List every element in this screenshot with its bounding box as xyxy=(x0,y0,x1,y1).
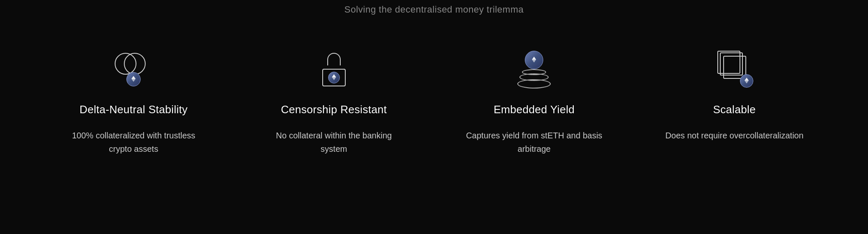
feature-card-embedded-yield: Embedded Yield Captures yield from stETH… xyxy=(434,40,634,164)
embedded-yield-icon xyxy=(513,49,555,91)
feature-title-embedded-yield: Embedded Yield xyxy=(493,103,575,116)
feature-card-censorship-resistant: Censorship Resistant No collateral withi… xyxy=(234,40,434,164)
features-container: Delta-Neutral Stability 100% collaterali… xyxy=(0,32,868,172)
scalable-icon xyxy=(714,49,755,91)
feature-title-censorship-resistant: Censorship Resistant xyxy=(281,103,387,116)
feature-desc-delta-neutral: 100% collateralized with trustless crypt… xyxy=(62,129,205,156)
feature-desc-scalable: Does not require overcollateralization xyxy=(665,129,804,142)
feature-title-scalable: Scalable xyxy=(713,103,756,116)
feature-desc-censorship-resistant: No collateral within the banking system xyxy=(263,129,405,156)
delta-neutral-icon xyxy=(113,49,154,91)
feature-title-delta-neutral: Delta-Neutral Stability xyxy=(80,103,187,116)
censorship-resistant-icon xyxy=(313,49,355,91)
feature-desc-embedded-yield: Captures yield from stETH and basis arbi… xyxy=(463,129,605,156)
feature-card-delta-neutral: Delta-Neutral Stability 100% collaterali… xyxy=(33,40,234,164)
page-subtitle: Solving the decentralised money trilemma xyxy=(344,0,524,32)
feature-card-scalable: Scalable Does not require overcollateral… xyxy=(634,40,835,151)
